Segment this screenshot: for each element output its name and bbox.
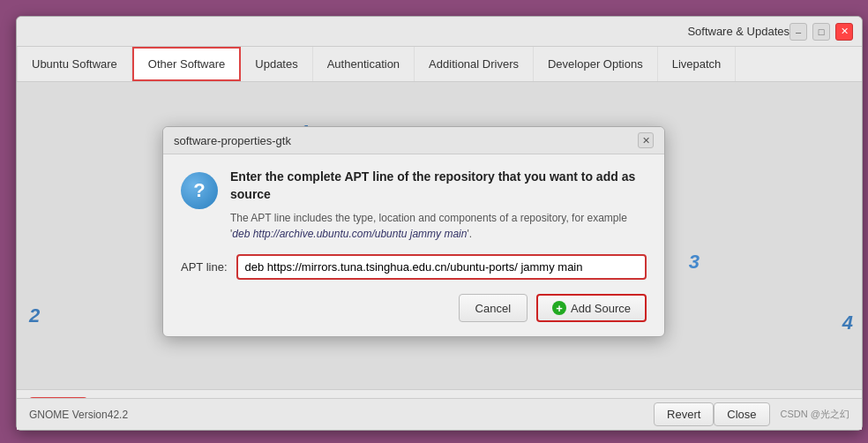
close-button[interactable]: ✕: [835, 23, 853, 41]
tab-livepatch[interactable]: Livepatch: [658, 47, 737, 81]
csdn-label: CSDN @光之幻: [781, 408, 849, 421]
apt-line-label: APT line:: [181, 260, 228, 274]
apt-line-row: APT line:: [181, 254, 647, 280]
close-main-button[interactable]: Close: [714, 402, 769, 426]
add-source-button[interactable]: + Add Source: [536, 294, 647, 322]
dialog-text-block: Enter the complete APT line of the repos…: [230, 169, 647, 242]
dialog-heading: Enter the complete APT line of the repos…: [230, 169, 647, 203]
tab-developer-options[interactable]: Developer Options: [534, 47, 658, 81]
tab-authentication[interactable]: Authentication: [313, 47, 415, 81]
dialog-body: ? Enter the complete APT line of the rep…: [163, 154, 664, 336]
dialog-description: The APT line includes the type, location…: [230, 210, 647, 242]
tab-ubuntu-software[interactable]: Ubuntu Software: [17, 47, 132, 81]
tab-additional-drivers[interactable]: Additional Drivers: [415, 47, 534, 81]
dialog-desc-example: deb http://archive.ubuntu.com/ubuntu jam…: [232, 228, 467, 240]
dialog-question-icon: ?: [181, 172, 218, 209]
dialog: software-properties-gtk ✕ ? Enter the co…: [162, 126, 665, 337]
tab-other-software[interactable]: Other Software: [132, 47, 241, 81]
cancel-button[interactable]: Cancel: [459, 294, 528, 322]
add-source-label: Add Source: [571, 302, 631, 315]
dialog-buttons: Cancel + Add Source: [181, 294, 647, 322]
title-bar-controls: – □ ✕: [789, 23, 853, 41]
gnome-version-label: GNOME Version: [29, 409, 108, 421]
dialog-desc-text2: '.: [467, 228, 472, 240]
main-window: Software & Updates – □ ✕ Ubuntu Software…: [16, 16, 863, 431]
dialog-title: software-properties-gtk: [174, 134, 291, 147]
gnome-version-value: 42.2: [108, 409, 128, 421]
tab-updates[interactable]: Updates: [241, 47, 312, 81]
revert-button[interactable]: Revert: [654, 402, 714, 426]
window-title: Software & Updates: [687, 25, 789, 38]
dialog-close-button[interactable]: ✕: [638, 132, 654, 148]
dialog-icon-row: ? Enter the complete APT line of the rep…: [181, 169, 647, 242]
title-bar: Software & Updates – □ ✕: [17, 17, 862, 47]
bottom-info-bar: GNOME Version 42.2 Revert Close CSDN @光之…: [17, 398, 862, 430]
plus-icon: +: [552, 301, 566, 315]
dialog-overlay: software-properties-gtk ✕ ? Enter the co…: [17, 82, 862, 389]
apt-line-input[interactable]: [236, 254, 647, 280]
minimize-button[interactable]: –: [789, 23, 807, 41]
step-3: 3: [689, 251, 700, 274]
maximize-button[interactable]: □: [812, 23, 830, 41]
tab-bar: Ubuntu Software Other Software Updates A…: [17, 47, 862, 82]
content-area: 1 2 software-properties-gtk ✕ ? Enter th…: [17, 82, 862, 389]
dialog-title-bar: software-properties-gtk ✕: [163, 127, 664, 154]
